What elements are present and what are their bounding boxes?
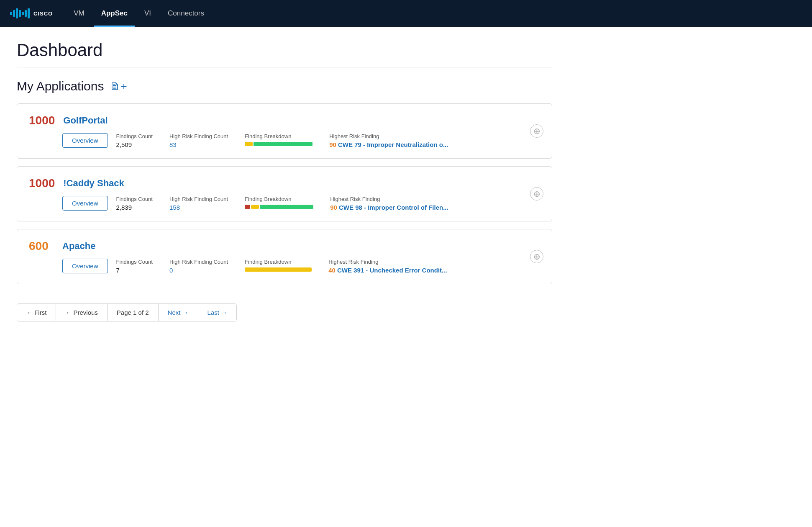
card-header: 1000 GolfPortal (29, 114, 540, 127)
pagination: ← First ← Previous Page 1 of 2 Next → La… (17, 303, 237, 321)
risk-score: 1000 (29, 114, 55, 127)
highest-risk-cwe[interactable]: CWE 98 - Improper Control of Filen... (339, 204, 448, 211)
high-risk-value: 0 (169, 267, 228, 274)
app-name[interactable]: !Caddy Shack (63, 178, 124, 189)
last-button[interactable]: Last → (198, 304, 237, 321)
nav-items: VM AppSec VI Connectors (66, 0, 212, 27)
nav-item-vi[interactable]: VI (137, 0, 159, 27)
breakdown-metric: Finding Breakdown (245, 133, 313, 146)
overview-button[interactable]: Overview (62, 259, 108, 273)
app-cards-container: 1000 GolfPortal Overview Findings Count … (17, 103, 552, 284)
high-risk-metric: High Risk Finding Count 83 (169, 133, 228, 148)
bar-segment (251, 205, 259, 209)
overview-button[interactable]: Overview (62, 133, 108, 148)
nav-item-connectors[interactable]: Connectors (160, 0, 212, 27)
cisco-text: CISCO (33, 10, 53, 17)
findings-count-value: 7 (116, 267, 153, 274)
section-header: My Applications 🗎+ (17, 79, 552, 93)
findings-count-label: Findings Count (116, 259, 153, 265)
highest-risk-label: Highest Risk Finding (329, 133, 448, 139)
cisco-logo-svg (10, 8, 32, 19)
findings-count-metric: Findings Count 7 (116, 259, 153, 274)
card-actions: Overview (62, 133, 108, 148)
overview-button[interactable]: Overview (62, 196, 108, 211)
main-nav: CISCO VM AppSec VI Connectors (0, 0, 812, 27)
high-risk-label: High Risk Finding Count (169, 133, 228, 139)
card-actions: Overview (62, 196, 108, 211)
card-header: 1000 !Caddy Shack (29, 177, 540, 190)
svg-rect-2 (16, 8, 18, 18)
metrics: Findings Count 2,509 High Risk Finding C… (116, 133, 540, 148)
card-body: Overview Findings Count 2,839 High Risk … (62, 196, 540, 211)
highest-risk-score: 90 (330, 204, 339, 211)
bar-segment (254, 142, 313, 146)
card-body: Overview Findings Count 7 High Risk Find… (62, 259, 540, 274)
bar-segment (245, 267, 312, 272)
highest-risk-metric: Highest Risk Finding 90 CWE 98 - Imprope… (330, 196, 448, 211)
highest-risk-value: 90 CWE 98 - Improper Control of Filen... (330, 204, 448, 211)
findings-count-value: 2,839 (116, 204, 153, 211)
card-arrow[interactable]: ⊕ (530, 187, 543, 201)
metrics: Findings Count 7 High Risk Finding Count… (116, 259, 540, 274)
cisco-logo[interactable]: CISCO (10, 8, 53, 19)
findings-count-value: 2,509 (116, 141, 153, 148)
svg-rect-0 (10, 12, 12, 15)
high-risk-value: 158 (169, 204, 228, 211)
page-info: Page 1 of 2 (108, 304, 159, 321)
highest-risk-score: 40 (328, 267, 337, 274)
nav-item-vm[interactable]: VM (66, 0, 92, 27)
nav-item-appsec[interactable]: AppSec (94, 0, 135, 27)
page-title: Dashboard (17, 40, 552, 60)
breakdown-metric: Finding Breakdown (245, 196, 313, 209)
previous-button[interactable]: ← Previous (56, 304, 108, 321)
breakdown-label: Finding Breakdown (245, 259, 312, 265)
highest-risk-value: 90 CWE 79 - Improper Neutralization o... (329, 141, 448, 148)
card-body: Overview Findings Count 2,509 High Risk … (62, 133, 540, 148)
main-content: Dashboard My Applications 🗎+ 1000 GolfPo… (0, 27, 569, 335)
risk-score: 600 (29, 239, 54, 253)
high-risk-label: High Risk Finding Count (169, 196, 228, 202)
export-icon[interactable]: 🗎+ (110, 80, 127, 93)
section-divider (17, 67, 552, 67)
app-card-apache: 600 Apache Overview Findings Count 7 Hig… (17, 229, 552, 284)
app-card-golf-portal: 1000 GolfPortal Overview Findings Count … (17, 103, 552, 159)
highest-risk-cwe[interactable]: CWE 79 - Improper Neutralization o... (338, 141, 448, 148)
card-arrow[interactable]: ⊕ (530, 124, 543, 138)
bar-segment (245, 142, 253, 146)
highest-risk-label: Highest Risk Finding (330, 196, 448, 202)
findings-count-label: Findings Count (116, 196, 153, 202)
high-risk-value: 83 (169, 141, 228, 148)
app-name[interactable]: GolfPortal (63, 115, 108, 126)
high-risk-metric: High Risk Finding Count 158 (169, 196, 228, 211)
finding-breakdown-bar (245, 142, 313, 146)
highest-risk-value: 40 CWE 391 - Unchecked Error Condit... (328, 267, 447, 274)
metrics: Findings Count 2,839 High Risk Finding C… (116, 196, 540, 211)
card-actions: Overview (62, 259, 108, 273)
highest-risk-cwe[interactable]: CWE 391 - Unchecked Error Condit... (337, 267, 447, 274)
svg-rect-1 (13, 10, 15, 17)
card-arrow[interactable]: ⊕ (530, 250, 543, 263)
first-button[interactable]: ← First (17, 304, 56, 321)
finding-breakdown-bar (245, 267, 312, 272)
highest-risk-metric: Highest Risk Finding 40 CWE 391 - Unchec… (328, 259, 447, 274)
breakdown-label: Finding Breakdown (245, 196, 313, 202)
finding-breakdown-bar (245, 205, 313, 209)
svg-rect-4 (22, 12, 24, 15)
highest-risk-score: 90 (329, 141, 338, 148)
findings-count-metric: Findings Count 2,509 (116, 133, 153, 148)
risk-score: 1000 (29, 177, 55, 190)
card-header: 600 Apache (29, 239, 540, 253)
svg-rect-3 (19, 10, 21, 17)
high-risk-metric: High Risk Finding Count 0 (169, 259, 228, 274)
breakdown-metric: Finding Breakdown (245, 259, 312, 272)
highest-risk-metric: Highest Risk Finding 90 CWE 79 - Imprope… (329, 133, 448, 148)
bar-segment (245, 205, 250, 209)
app-name[interactable]: Apache (62, 241, 95, 252)
highest-risk-label: Highest Risk Finding (328, 259, 447, 265)
findings-count-label: Findings Count (116, 133, 153, 139)
bar-segment (260, 205, 313, 209)
findings-count-metric: Findings Count 2,839 (116, 196, 153, 211)
high-risk-label: High Risk Finding Count (169, 259, 228, 265)
breakdown-label: Finding Breakdown (245, 133, 313, 139)
next-button[interactable]: Next → (159, 304, 198, 321)
